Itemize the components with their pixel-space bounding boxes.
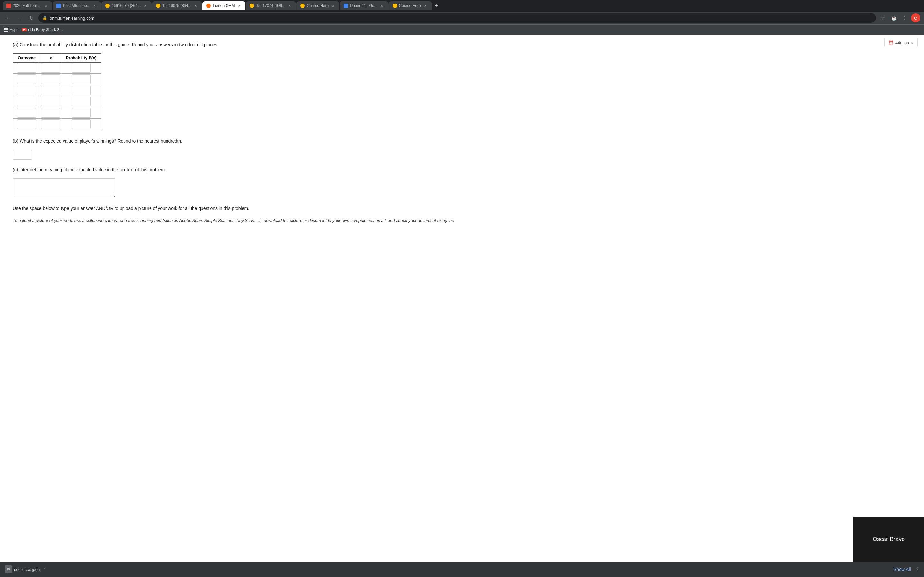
outcome-input-6[interactable] xyxy=(17,119,36,129)
tab-close-hero2[interactable]: × xyxy=(423,3,428,8)
youtube-icon: ▶ xyxy=(22,28,27,31)
tab-gmail-label: 2020 Fall Term... xyxy=(13,3,41,8)
oscar-bravo-label: Oscar Bravo xyxy=(873,536,905,543)
tab3-label: 15617074 (999... xyxy=(256,3,285,8)
x-input-6[interactable] xyxy=(41,119,60,129)
apps-grid-icon xyxy=(4,27,8,32)
browser-chrome: 2020 Fall Term... × Post Attendee... × 1… xyxy=(0,0,924,35)
table-row xyxy=(13,63,102,74)
new-tab-button[interactable]: + xyxy=(432,3,441,9)
menu-icon[interactable]: ⋮ xyxy=(900,13,909,23)
table-row xyxy=(13,85,102,96)
prob-input-6[interactable] xyxy=(71,119,91,129)
youtube-bookmark[interactable]: ▶ (11) Baby Shark S... xyxy=(22,27,63,32)
tab-hero2-label: Course Hero xyxy=(399,3,421,8)
apps-label: Apps xyxy=(10,27,18,32)
apps-bookmark[interactable]: Apps xyxy=(4,27,18,32)
gmail-favicon xyxy=(6,3,11,8)
tab-gmail[interactable]: 2020 Fall Term... × xyxy=(3,1,52,10)
table-row xyxy=(13,74,102,85)
tab-hero1[interactable]: Course Hero × xyxy=(296,1,339,10)
question-c-text: (c) Interpret the meaning of the expecte… xyxy=(13,166,911,173)
tab-close-hero1[interactable]: × xyxy=(330,3,336,8)
probability-table: Outcome x Probability P(x) xyxy=(13,53,102,130)
tab-close-gmail[interactable]: × xyxy=(43,3,48,8)
tab1-favicon xyxy=(105,3,110,8)
hero2-favicon xyxy=(393,3,397,8)
tab-close-3[interactable]: × xyxy=(287,3,292,8)
outcome-input-5[interactable] xyxy=(17,108,36,118)
prob-input-5[interactable] xyxy=(71,108,91,118)
url-bar[interactable]: 🔒 ohm.lumenlearning.com xyxy=(39,13,876,23)
expected-value-input[interactable] xyxy=(13,150,32,160)
oscar-bravo-overlay: Oscar Bravo xyxy=(853,517,924,562)
tab2-favicon xyxy=(156,3,160,8)
tab-post[interactable]: Post Attendee... × xyxy=(53,1,101,10)
upload-italic-text: To upload a picture of your work, use a … xyxy=(13,218,911,224)
tab-1[interactable]: 15616070 (864... × xyxy=(102,1,152,10)
outcome-input-2[interactable] xyxy=(17,74,36,84)
tab-2[interactable]: 15616075 (864... × xyxy=(152,1,202,10)
prob-input-4[interactable] xyxy=(71,97,91,106)
question-b-section: (b) What is the expected value of player… xyxy=(13,137,911,159)
question-a-text: (a) Construct the probability distributi… xyxy=(13,41,911,48)
tab-bar: 2020 Fall Term... × Post Attendee... × 1… xyxy=(0,0,924,11)
outcome-input-3[interactable] xyxy=(17,85,36,95)
user-avatar[interactable]: C xyxy=(911,13,920,23)
tab-post-label: Post Attendee... xyxy=(63,3,90,8)
x-input-2[interactable] xyxy=(41,74,60,84)
interpretation-textarea[interactable] xyxy=(13,178,115,197)
page-content: ⏰ 44mins × (a) Construct the probability… xyxy=(0,35,924,562)
reload-button[interactable]: ↻ xyxy=(27,13,36,23)
timer-close-button[interactable]: × xyxy=(911,40,913,45)
back-button[interactable]: ← xyxy=(4,13,13,23)
prob-input-1[interactable] xyxy=(71,63,91,73)
tab-close-1[interactable]: × xyxy=(143,3,148,8)
tab1-label: 15616070 (864... xyxy=(111,3,141,8)
table-row xyxy=(13,107,102,119)
bookmarks-bar: Apps ▶ (11) Baby Shark S... xyxy=(0,24,924,35)
prob-input-2[interactable] xyxy=(71,74,91,84)
tab-close-lumen[interactable]: × xyxy=(236,3,242,8)
upload-text: Use the space below to type your answer … xyxy=(13,205,911,212)
tab-hero1-label: Course Hero xyxy=(307,3,328,8)
tab-paper-label: Paper #4 - Go... xyxy=(350,3,377,8)
address-bar: ← → ↻ 🔒 ohm.lumenlearning.com ☆ ☕ ⋮ C xyxy=(0,11,924,24)
tab-hero2[interactable]: Course Hero × xyxy=(389,1,432,10)
tab-3[interactable]: 15617074 (999... × xyxy=(246,1,296,10)
tab3-favicon xyxy=(250,3,254,8)
timer-clock-icon: ⏰ xyxy=(888,40,893,45)
prob-input-3[interactable] xyxy=(71,85,91,95)
table-header-prob: Probability P(x) xyxy=(61,53,101,63)
tab-close-post[interactable]: × xyxy=(92,3,97,8)
table-row xyxy=(13,119,102,130)
lumen-favicon xyxy=(206,3,211,8)
table-row xyxy=(13,96,102,107)
question-b-text: (b) What is the expected value of player… xyxy=(13,137,911,145)
toolbar-icons: ☆ ☕ ⋮ C xyxy=(879,13,920,23)
x-input-5[interactable] xyxy=(41,108,60,118)
tab-lumen-label: Lumen OHM xyxy=(213,3,234,8)
tab-paper[interactable]: Paper #4 - Go... × xyxy=(340,1,388,10)
x-input-4[interactable] xyxy=(41,97,60,106)
table-header-outcome: Outcome xyxy=(13,53,40,63)
table-header-x: x xyxy=(40,53,61,63)
forward-button[interactable]: → xyxy=(15,13,24,23)
youtube-label: (11) Baby Shark S... xyxy=(28,27,63,32)
outcome-input-1[interactable] xyxy=(17,63,36,73)
tab2-label: 15616075 (864... xyxy=(162,3,192,8)
tab-close-paper[interactable]: × xyxy=(380,3,384,8)
x-input-1[interactable] xyxy=(41,63,60,73)
upload-section: Use the space below to type your answer … xyxy=(13,205,911,224)
tab-close-2[interactable]: × xyxy=(193,3,198,8)
lock-icon: 🔒 xyxy=(42,16,47,20)
post-favicon xyxy=(57,3,61,8)
paper-favicon xyxy=(344,3,348,8)
outcome-input-4[interactable] xyxy=(17,97,36,106)
question-c-section: (c) Interpret the meaning of the expecte… xyxy=(13,166,911,198)
x-input-3[interactable] xyxy=(41,85,60,95)
tab-lumen[interactable]: Lumen OHM × xyxy=(202,1,246,10)
timer-value: 44mins xyxy=(895,40,909,45)
extensions-icon[interactable]: ☕ xyxy=(889,13,898,23)
bookmark-star-icon[interactable]: ☆ xyxy=(879,13,887,23)
